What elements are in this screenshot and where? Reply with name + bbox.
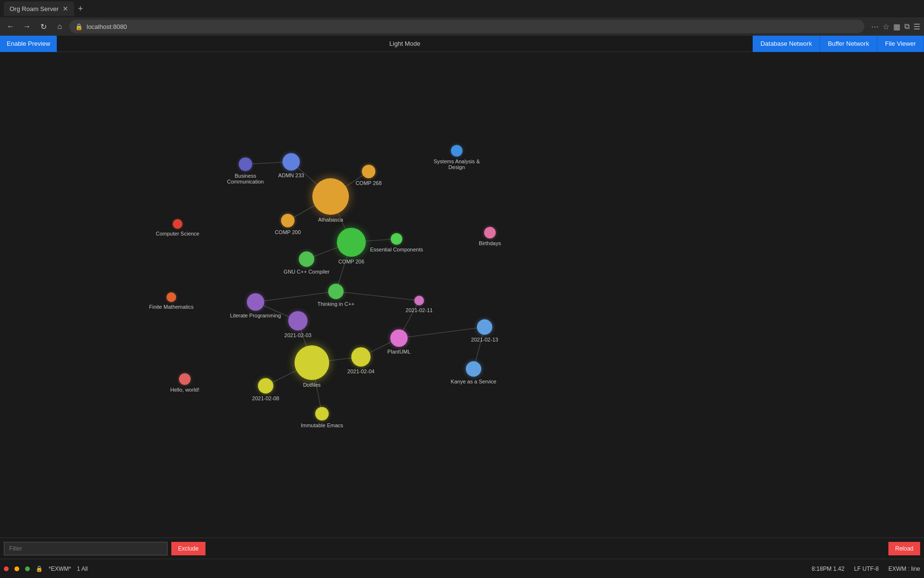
nav-buttons: Database Network Buffer Network File Vie…	[753, 36, 924, 52]
mode-label: EXWM : line	[888, 565, 920, 572]
buffer-network-tab[interactable]: Buffer Network	[820, 36, 877, 52]
node-2021_02_11[interactable]	[414, 296, 424, 305]
label-immutable_emacs: Immutable Emacs	[301, 422, 343, 428]
node-computer_science[interactable]	[173, 219, 182, 229]
tab-title: Org Roam Server	[10, 5, 59, 13]
reload-button[interactable]: ↻	[37, 20, 50, 33]
label-literate_prog: Literate Programming	[230, 313, 281, 318]
node-kanye[interactable]	[466, 361, 481, 377]
tab-bar: Org Roam Server ✕ +	[0, 0, 924, 17]
node-comp268[interactable]	[362, 165, 375, 178]
exwm-label: *EXWM*	[49, 565, 71, 572]
node-thinking_cpp[interactable]	[328, 284, 344, 299]
status-lock-icon: 🔒	[36, 565, 43, 572]
workspace-label: 1 All	[77, 565, 88, 572]
node-plantuml[interactable]	[390, 329, 408, 347]
filter-bar: Exclude Reload	[0, 538, 924, 559]
node-2021_02_08[interactable]	[258, 378, 273, 394]
database-network-tab[interactable]: Database Network	[753, 36, 820, 52]
filter-input[interactable]	[4, 542, 167, 555]
node-comp200[interactable]	[281, 214, 295, 227]
back-button[interactable]: ←	[4, 20, 17, 33]
graph-svg	[0, 52, 924, 554]
label-2021_02_03: 2021-02-03	[284, 332, 311, 338]
toolbar-right: ⋯ ☆ ▦ ⧉ ☰	[871, 22, 920, 31]
file-viewer-tab[interactable]: File Viewer	[877, 36, 924, 52]
tab-close-icon[interactable]: ✕	[63, 5, 68, 13]
label-comp200: COMP 200	[275, 229, 301, 235]
reload-button[interactable]: Reload	[888, 542, 920, 555]
bookmark-icon[interactable]: ☆	[883, 22, 889, 31]
svg-line-9	[336, 291, 419, 301]
status-dot-yellow	[14, 566, 19, 571]
label-dotfiles: Dotfiles	[303, 382, 321, 388]
active-tab[interactable]: Org Roam Server ✕	[4, 1, 74, 16]
node-literate_prog[interactable]	[247, 293, 264, 311]
node-hello_world[interactable]	[179, 373, 191, 385]
node-gnu_cpp[interactable]	[299, 251, 314, 267]
light-mode-label: Light Mode	[57, 40, 753, 47]
status-dot-green	[25, 566, 30, 571]
label-admn233: ADMN 233	[278, 172, 304, 178]
label-birthdays: Birthdays	[479, 240, 501, 246]
node-2021_02_03[interactable]	[288, 311, 308, 330]
label-business_comm: BusinessCommunication	[227, 173, 264, 184]
label-computer_science: Computer Science	[156, 231, 200, 236]
new-tab-button[interactable]: +	[78, 4, 83, 14]
node-dotfiles[interactable]	[295, 345, 329, 380]
label-2021_02_11: 2021-02-11	[406, 307, 433, 313]
node-birthdays[interactable]	[484, 227, 496, 238]
label-finite_math: Finite Mathematics	[149, 304, 193, 310]
enable-preview-button[interactable]: Enable Preview	[0, 36, 57, 52]
svg-line-8	[256, 291, 336, 302]
node-systems_analysis[interactable]	[451, 145, 462, 157]
node-comp206[interactable]	[337, 228, 366, 257]
browser-chrome: Org Roam Server ✕ + ← → ↻ ⌂ 🔒 localhost:…	[0, 0, 924, 36]
label-2021_02_04: 2021-02-04	[347, 368, 374, 374]
svg-line-13	[399, 327, 485, 338]
url-text: localhost:8080	[87, 23, 127, 30]
grid-icon[interactable]: ▦	[893, 22, 900, 31]
extensions-icon[interactable]: ⋯	[871, 22, 879, 31]
status-dot-red	[4, 566, 9, 571]
label-2021_02_08: 2021-02-08	[252, 395, 279, 401]
time-label: 8:18PM 1.42	[812, 565, 845, 572]
node-business_comm[interactable]	[239, 158, 252, 171]
node-2021_02_13[interactable]	[477, 319, 492, 335]
menu-icon[interactable]: ☰	[913, 22, 920, 31]
label-athabasca: Athabasca	[318, 217, 343, 223]
encoding-label: LF UTF-8	[854, 565, 879, 572]
label-plantuml: PlantUML	[387, 349, 411, 355]
label-comp206: COMP 206	[338, 259, 364, 264]
label-essential_components: Essential Components	[370, 247, 423, 252]
exclude-button[interactable]: Exclude	[171, 542, 205, 555]
window-icon[interactable]: ⧉	[904, 22, 910, 31]
label-kanye: Kanye as a Service	[451, 379, 497, 384]
home-button[interactable]: ⌂	[53, 20, 66, 33]
node-finite_math[interactable]	[167, 292, 176, 302]
label-thinking_cpp: Thinking in C++	[317, 301, 354, 307]
node-2021_02_04[interactable]	[351, 347, 371, 367]
node-immutable_emacs[interactable]	[315, 407, 329, 420]
node-essential_components[interactable]	[391, 233, 402, 245]
node-athabasca[interactable]	[312, 178, 349, 215]
label-gnu_cpp: GNU C++ Compiler	[283, 269, 329, 275]
status-bar: 🔒 *EXWM* 1 All 8:18PM 1.42 LF UTF-8 EXWM…	[0, 559, 924, 578]
label-2021_02_13: 2021-02-13	[471, 337, 498, 342]
forward-button[interactable]: →	[20, 20, 34, 33]
address-bar[interactable]: 🔒 localhost:8080	[69, 20, 864, 33]
node-admn233[interactable]	[282, 153, 300, 171]
label-comp268: COMP 268	[356, 180, 382, 186]
app-bar: Enable Preview Light Mode Database Netwo…	[0, 36, 924, 52]
graph-area: BusinessCommunicationADMN 233COMP 268Sys…	[0, 52, 924, 554]
address-bar-row: ← → ↻ ⌂ 🔒 localhost:8080 ⋯ ☆ ▦ ⧉ ☰	[0, 17, 924, 36]
label-systems_analysis: Systems Analysis &Design	[434, 158, 480, 170]
label-hello_world: Hello, world!	[170, 387, 200, 393]
status-right: 8:18PM 1.42 LF UTF-8 EXWM : line	[812, 565, 920, 572]
